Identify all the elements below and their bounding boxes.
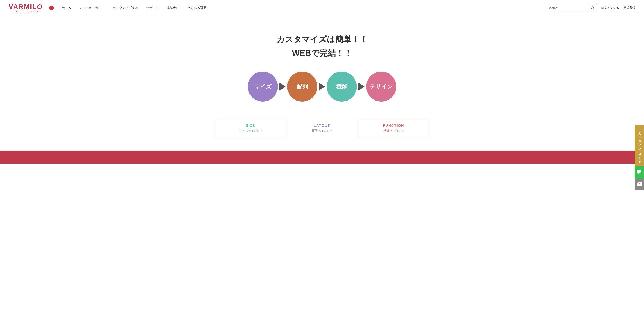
nav-support[interactable]: サポート [142,6,163,10]
steps-flow: サイズ 配列 機能 デザイン [248,72,396,102]
info-boxes: SIZE サイズってなに? LAYOUT 配列ってなに? FUNCTION 機能… [215,119,429,138]
svg-line-1 [593,9,594,10]
info-box-function-title: FUNCTION [360,124,427,128]
info-box-size-title: SIZE [217,124,284,128]
step-design-label: デザイン [370,83,393,91]
nav-contact[interactable]: 連絡窓口 [163,6,183,10]
login-link[interactable]: ログインする [601,6,619,10]
auth-links: ログインする 新規登録 [601,6,636,10]
register-link[interactable]: 新規登録 [624,6,636,10]
side-customize-button[interactable]: カスタマイズする [634,125,644,164]
info-box-size-subtitle: サイズってなに? [217,129,284,133]
step-size[interactable]: サイズ [248,72,278,102]
nav-home[interactable]: ホーム [58,6,75,10]
search-button[interactable] [588,4,596,12]
main-content: カスタマイズは簡単！！ WEBで完結！！ サイズ 配列 機能 デザイン SIZE… [0,16,644,151]
info-box-layout-title: LAYOUT [288,124,355,128]
arrow-2 [319,83,325,91]
step-design[interactable]: デザイン [366,72,396,102]
step-layout-label: 配列 [297,83,308,91]
search-icon [590,6,594,10]
svg-point-0 [591,7,594,9]
step-size-label: サイズ [254,83,272,91]
nav-faq[interactable]: よくある質問 [183,6,210,10]
info-box-layout[interactable]: LAYOUT 配列ってなに? [286,119,358,138]
search-area [545,4,597,12]
nav-customize[interactable]: カスタマイズする [108,6,142,10]
logo-text: VARMILO [8,3,43,10]
search-input[interactable] [545,4,588,12]
step-function-label: 機能 [336,83,347,91]
step-function[interactable]: 機能 [327,72,357,102]
header: VARMILO KEYBOARD ARTIST ホーム テーマキーボード カスタ… [0,0,644,16]
info-box-function[interactable]: FUNCTION 機能ってなに? [358,119,429,138]
logo-sub: KEYBOARD ARTIST [8,11,43,13]
info-box-function-subtitle: 機能ってなに? [360,129,427,133]
flag-icon [49,6,54,10]
nav-theme-keyboard[interactable]: テーマキーボード [75,6,108,10]
info-box-layout-subtitle: 配列ってなに? [288,129,355,133]
arrow-3 [358,83,364,91]
headline2: WEBで完結！！ [292,48,352,59]
footer-band [0,151,644,164]
logo-link[interactable]: VARMILO KEYBOARD ARTIST [8,3,43,13]
main-nav: ホーム テーマキーボード カスタマイズする サポート 連絡窓口 よくある質問 [58,6,545,10]
headline1: カスタマイズは簡単！！ [276,33,368,46]
info-box-size[interactable]: SIZE サイズってなに? [215,119,286,138]
step-layout[interactable]: 配列 [287,72,317,102]
arrow-1 [280,83,286,91]
side-buttons: カスタマイズする [634,125,644,164]
